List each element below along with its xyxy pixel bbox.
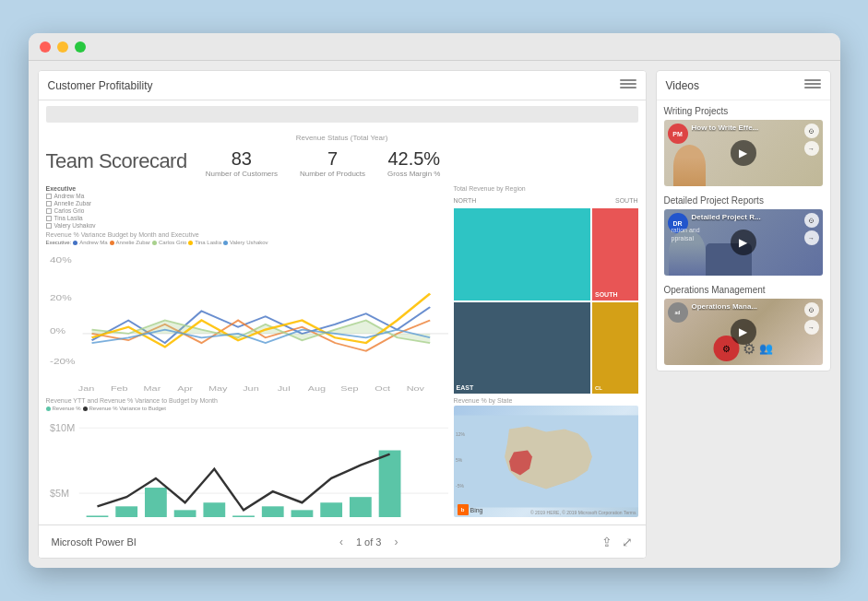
line-chart-svg: 40% 20% 0% -20%	[46, 247, 448, 394]
treemap-north[interactable]	[454, 208, 591, 300]
svg-text:$5M: $5M	[49, 488, 68, 499]
treemap-east[interactable]: EAST	[454, 302, 591, 395]
left-panel-menu-icon[interactable]	[620, 79, 636, 92]
revenue-status-label: Revenue Status (Total Year)	[46, 134, 638, 142]
play-button-2[interactable]: ▶	[731, 230, 756, 255]
treemap-label: Total Revenue by Region	[454, 185, 638, 192]
metric-customers-label: Number of Customers	[206, 170, 278, 178]
writing-section-title: Writing Projects	[664, 106, 823, 116]
svg-text:Aug: Aug	[307, 384, 325, 393]
svg-rect-31	[320, 502, 342, 517]
scorecard-title: Team Scorecard	[46, 149, 187, 173]
person-head-1	[673, 145, 706, 186]
treemap-south[interactable]: SOUTH	[592, 208, 638, 300]
svg-rect-26	[173, 510, 196, 517]
next-page-button[interactable]: ›	[388, 535, 403, 549]
svg-text:-5%: -5%	[456, 483, 464, 489]
map-inner: 12% 5% -5% b Bing © 2019 HERE, © 2019 Mi…	[454, 406, 638, 517]
video-share-3[interactable]: →	[804, 320, 819, 335]
metric-products: 7 Number of Products	[300, 149, 365, 178]
video-title-2: Detailed Project R...	[692, 213, 797, 221]
treemap-cl[interactable]: CL	[592, 302, 638, 395]
video-panel-header: Videos	[657, 71, 830, 100]
right-panel-menu-icon[interactable]	[804, 79, 821, 92]
metric-customers: 83 Number of Customers	[206, 149, 278, 178]
play-button-3[interactable]: ▶	[731, 319, 756, 345]
svg-text:12%: 12%	[456, 431, 466, 437]
video-clock-1[interactable]: ⏲	[804, 124, 819, 138]
svg-text:5%: 5%	[456, 457, 463, 463]
legend-executive: Executive:	[46, 240, 72, 245]
metric-margin: 42.5% Gross Margin %	[387, 149, 440, 178]
bar-chart-area: Revenue YTT and Revenue % Variance to Bu…	[46, 397, 448, 517]
metric-customers-value: 83	[206, 149, 278, 168]
svg-text:Feb: Feb	[110, 384, 127, 393]
video-section-writing: Writing Projects PM How to Write Effe...…	[664, 106, 823, 186]
svg-rect-24	[115, 506, 137, 517]
chart-left: Executive Andrew Ma Annelie Zubar	[46, 185, 448, 394]
svg-text:20%: 20%	[49, 293, 71, 301]
video-clock-3[interactable]: ⏲	[804, 302, 819, 317]
svg-text:40%: 40%	[49, 256, 71, 265]
svg-rect-28	[232, 515, 255, 517]
prev-page-button[interactable]: ‹	[334, 535, 349, 549]
right-panel: Videos Writing Projects PM	[656, 70, 831, 559]
maximize-dot[interactable]	[75, 41, 86, 53]
exec-item-4: Valery Ushakov	[46, 222, 448, 229]
play-button-1[interactable]: ▶	[731, 140, 756, 166]
svg-text:Jun: Jun	[243, 384, 259, 393]
titlebar	[29, 33, 840, 61]
exec-item-1: Annelie Zubar	[46, 200, 448, 206]
charts-top: Executive Andrew Ma Annelie Zubar	[46, 185, 638, 394]
video-clock-2[interactable]: ⏲	[804, 213, 819, 228]
videos-list: Writing Projects PM How to Write Effe...…	[657, 100, 830, 371]
exec-item-2: Carlos Grio	[46, 207, 448, 214]
expand-icon[interactable]: ⤢	[622, 535, 633, 549]
metrics-row: 83 Number of Customers 7 Number of Produ…	[206, 149, 638, 178]
svg-rect-30	[291, 510, 313, 517]
page-indicator: 1 of 3	[356, 536, 382, 548]
close-dot[interactable]	[40, 41, 51, 53]
metric-margin-value: 42.5%	[387, 149, 440, 168]
left-panel-title: Customer Profitability	[48, 79, 153, 92]
bar-chart-legend: Revenue % Revenue % Variance to Budget	[46, 406, 448, 411]
app-window: Customer Profitability Revenue Status (T…	[29, 33, 840, 568]
video-actions-3: ⏲ →	[804, 302, 819, 335]
left-panel: Customer Profitability Revenue Status (T…	[38, 70, 647, 559]
left-panel-header: Customer Profitability	[39, 71, 646, 100]
exec-item-0: Andrew Ma	[46, 193, 448, 199]
svg-text:Nov: Nov	[406, 384, 424, 393]
svg-rect-27	[203, 502, 225, 517]
map-bing: b Bing	[458, 504, 483, 515]
video-title-1: How to Write Effe...	[692, 124, 797, 132]
scorecard-header: Team Scorecard 83 Number of Customers 7 …	[46, 146, 638, 185]
pagination: ‹ 1 of 3 ›	[334, 535, 404, 549]
svg-text:Jan: Jan	[77, 384, 94, 393]
minimize-dot[interactable]	[57, 41, 68, 53]
svg-rect-32	[349, 497, 371, 517]
map-label: Revenue % by State	[454, 397, 638, 404]
bar-chart-label: Revenue YTT and Revenue % Variance to Bu…	[46, 397, 448, 404]
video-section-reports: Detailed Project Reports DR Detailed Pro…	[664, 195, 823, 276]
video-thumbnail-3[interactable]: ad Operations Mana... ⏲ → ⚙	[664, 299, 823, 365]
video-badge-3: ad	[668, 302, 688, 323]
window-body: Customer Profitability Revenue Status (T…	[29, 61, 840, 568]
line-chart-area: 40% 20% 0% -20%	[46, 247, 448, 394]
svg-text:Sep: Sep	[340, 384, 358, 393]
video-thumbnail-1[interactable]: PM How to Write Effe... ⏲ → ▶	[664, 120, 823, 186]
treemap-container: SOUTH EAST CL	[454, 208, 638, 394]
svg-text:Apr: Apr	[177, 384, 194, 393]
metric-margin-label: Gross Margin %	[387, 170, 440, 178]
svg-rect-25	[145, 488, 167, 517]
share-icon[interactable]: ⇪	[601, 535, 612, 549]
gray-bar	[46, 106, 638, 123]
powerbi-label: Microsoft Power BI	[52, 536, 137, 548]
reports-section-title: Detailed Project Reports	[664, 195, 823, 206]
exec-legend: Executive Andrew Ma Annelie Zubar	[46, 185, 448, 229]
video-thumbnail-2[interactable]: DR Detailed Project R... ⏲ → ra	[664, 209, 823, 276]
bottom-bar: Microsoft Power BI ‹ 1 of 3 › ⇪ ⤢	[39, 524, 646, 558]
line-chart-label: Revenue % Variance Budget by Month and E…	[46, 231, 448, 238]
map-area: Revenue % by State	[454, 397, 638, 517]
bottom-icons: ⇪ ⤢	[601, 535, 633, 549]
video-title-3: Operations Mana...	[692, 302, 797, 311]
